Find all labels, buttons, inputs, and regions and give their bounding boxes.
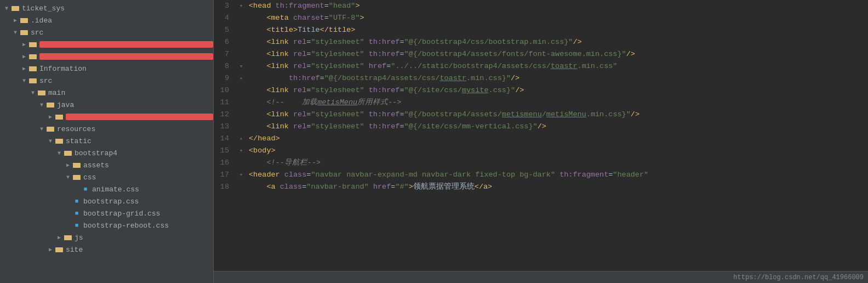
tree-item-bootstrap4[interactable]: bootstrap4 [0,147,213,159]
line-num-11: 11 [214,97,236,109]
code-line-12: 12 <link rel="stylesheet" th:href="@{/bo… [214,109,868,121]
tree-item-animate-css[interactable]: ■ animate.css [0,183,213,195]
folder-icon-main [37,88,46,97]
code-line-16: 16 <!--导航栏--> [214,157,868,169]
tree-arrow-red1 [20,40,28,49]
tree-item-redacted1[interactable] [0,38,213,50]
svg-rect-11 [29,66,37,71]
svg-rect-27 [73,163,81,168]
code-line-4: 4 <meta charset="UTF-8"> [214,12,868,24]
gutter-8: ▾ [236,60,247,72]
information-label: Information [39,65,213,73]
line-13-content: <link rel="stylesheet" th:href="@{/site/… [247,121,868,133]
code-line-9: 9 ▴ th:href="@{/bootstrap4/assets/css/to… [214,72,868,84]
svg-rect-7 [29,42,37,47]
tree-arrow-red3 [46,112,55,121]
folder-icon-resources [46,124,55,133]
animate-css-label: animate.css [92,185,213,194]
folder-icon-red1 [28,40,37,49]
tree-item-assets[interactable]: assets [0,159,213,171]
idea-label: .idea [31,16,213,25]
tree-arrow-assets [64,161,72,169]
svg-rect-1 [12,6,19,11]
code-line-3: 3 ▾ <head th:fragment="head"> [214,0,868,12]
css-file-icon-grid: ■ [72,209,81,218]
css-label: css [83,173,213,182]
line-num-16: 16 [214,157,236,169]
line-18-content: <a class="navbar-brand" href="#">领航票据管理系… [247,181,868,193]
tree-arrow-java [37,100,46,109]
code-line-10: 10 <link rel="stylesheet" th:href="@{/si… [214,84,868,97]
site-label: site [66,246,213,254]
folder-icon-js [64,233,72,242]
resources-label: resources [57,125,213,133]
line-9-content: th:href="@{/bootstrap4/assets/css/toastr… [247,72,868,84]
bootstrap-grid-label: bootstrap-grid.css [83,210,213,218]
tree-item-resources[interactable]: resources [0,123,213,135]
tree-arrow-bootstrap-css [64,197,72,206]
tree-item-src1[interactable]: src [0,26,213,38]
tree-arrow-css [64,173,72,182]
line-5-content: <title>Title</title> [247,24,868,36]
line-num-15: 15 [214,145,236,157]
folder-icon-red2 [28,52,37,61]
java-label: java [57,101,213,109]
svg-rect-13 [29,78,37,83]
file-tree: ticket_sys .idea src [0,0,214,283]
tree-item-bootstrap-css[interactable]: ■ bootstrap.css [0,195,213,207]
tree-item-static[interactable]: static [0,135,213,147]
code-content-area[interactable]: 3 ▾ <head th:fragment="head"> 4 <meta ch… [214,0,868,271]
assets-label: assets [83,161,213,169]
tree-item-site[interactable]: site [0,244,213,256]
code-line-11: 11 <!-- 加载metisMenu所用样式--> [214,97,868,109]
gutter-14: ▴ [236,133,247,145]
tree-item-redacted3[interactable] [0,111,213,123]
line-7-content: <link rel="stylesheet" th:href="@{/boots… [247,48,868,60]
tree-item-bootstrap-reboot[interactable]: ■ bootstrap-reboot.css [0,219,213,231]
tree-item-css[interactable]: css [0,171,213,183]
folder-icon-assets [72,161,81,169]
js-label: js [75,234,213,242]
folder-icon-static [55,137,64,145]
tree-item-java[interactable]: java [0,99,213,111]
tree-item-src2[interactable]: src [0,75,213,87]
tree-root[interactable]: ticket_sys [0,2,213,14]
line-num-13: 13 [214,121,236,133]
line-num-3: 3 [214,0,236,12]
tree-item-redacted2[interactable] [0,50,213,63]
line-num-9: 9 [214,72,236,84]
root-label: ticket_sys [22,4,213,13]
svg-rect-23 [55,139,63,144]
svg-rect-25 [64,151,72,156]
folder-icon-css [72,173,81,182]
tree-arrow-static [46,137,55,145]
tree-arrow-bootstrap-grid [64,209,72,218]
bootstrap4-label: bootstrap4 [75,149,213,157]
line-3-content: <head th:fragment="head"> [247,0,868,12]
tree-item-main[interactable]: main [0,87,213,99]
svg-rect-33 [55,247,63,252]
tree-item-bootstrap-grid[interactable]: ■ bootstrap-grid.css [0,207,213,219]
svg-rect-9 [29,54,37,59]
line-14-content: </head> [247,133,868,145]
line-num-12: 12 [214,109,236,121]
line-17-content: <header class="navbar navbar-expand-md n… [247,169,868,181]
tree-item-information[interactable]: Information [0,63,213,75]
svg-rect-31 [64,235,72,240]
line-num-4: 4 [214,12,236,24]
bootstrap-css-label: bootstrap.css [83,197,213,206]
status-bar: https://blog.csdn.net/qq_41966009 [214,271,868,283]
line-12-content: <link rel="stylesheet" th:href="@{/boots… [247,109,868,121]
svg-rect-19 [55,115,63,120]
tree-item-idea[interactable]: .idea [0,14,213,26]
tree-arrow-js [55,233,64,242]
tree-arrow-src2 [20,76,28,85]
folder-icon-root [11,4,20,13]
folder-icon-idea [20,16,28,25]
code-line-14: 14 ▴ </head> [214,133,868,145]
css-file-icon-animate: ■ [81,185,90,194]
folder-icon-red3 [55,112,64,121]
folder-icon-information [28,64,37,73]
line-15-content: <body> [247,145,868,157]
tree-item-js[interactable]: js [0,231,213,244]
